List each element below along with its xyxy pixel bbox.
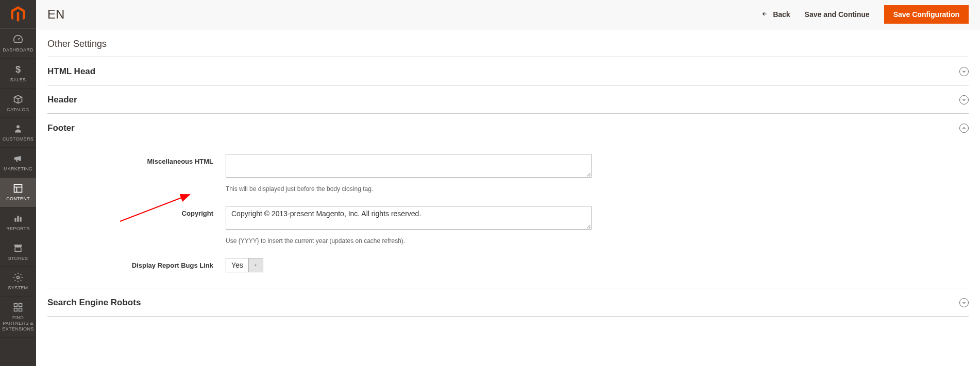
svg-rect-11 [14,308,18,311]
copyright-label: Copyright [47,206,226,217]
layout-icon [13,183,23,194]
bugs-link-value: Yes [226,258,249,272]
sidebar-item-label: DASHBOARD [3,47,33,53]
fieldset-html-head[interactable]: HTML Head [47,57,969,85]
sidebar-item-dashboard[interactable]: DASHBOARD [0,29,36,59]
svg-point-8 [17,276,20,279]
topbar: EN Back Save and Continue Save Configura… [36,0,980,29]
sidebar-item-partners[interactable]: FIND PARTNERS & EXTENSIONS [0,297,36,337]
box-icon [13,94,23,105]
magento-logo-icon [11,6,25,23]
misc-html-label: Miscellaneous HTML [47,154,226,165]
chevron-up-icon [959,124,969,133]
svg-rect-7 [20,217,21,221]
sidebar-item-marketing[interactable]: MARKETING [0,148,36,178]
sidebar-item-label: FIND PARTNERS & EXTENSIONS [2,315,34,332]
content: Other Settings HTML Head Header Footer M… [36,29,980,337]
fieldset-title: HTML Head [47,66,95,77]
misc-html-field-wrapper: This will be displayed just before the b… [226,154,592,201]
sidebar-item-label: REPORTS [6,226,29,232]
fieldset-title: Search Engine Robots [47,298,141,308]
misc-html-textarea[interactable] [226,154,592,178]
svg-rect-10 [19,304,22,307]
page-title: EN [47,7,761,22]
footer-fieldset-body: Miscellaneous HTML This will be displaye… [47,142,969,288]
gauge-icon [13,34,23,45]
sidebar-item-label: SALES [10,77,26,83]
copyright-hint: Use {YYYY} to insert the current year (u… [226,237,592,245]
svg-rect-6 [17,216,19,222]
svg-text:$: $ [15,64,21,75]
copyright-textarea[interactable] [226,206,592,230]
main-area: EN Back Save and Continue Save Configura… [36,0,980,337]
save-continue-button[interactable]: Save and Continue [805,10,870,19]
dollar-icon: $ [13,64,23,75]
svg-rect-12 [19,308,22,311]
chevron-down-icon [959,298,969,307]
sidebar-item-label: STORES [8,256,28,262]
chevron-down-icon [959,67,969,76]
megaphone-icon [13,153,23,164]
back-label: Back [773,10,790,19]
misc-html-hint: This will be displayed just before the b… [226,185,592,193]
bugs-link-row: Display Report Bugs Link Yes [47,258,969,272]
fieldset-search-robots[interactable]: Search Engine Robots [47,288,969,317]
misc-html-row: Miscellaneous HTML This will be displaye… [47,154,969,201]
svg-rect-2 [14,184,22,192]
sidebar-item-content[interactable]: CONTENT [0,178,36,207]
copyright-row: Copyright Use {YYYY} to insert the curre… [47,206,969,253]
sidebar-item-customers[interactable]: CUSTOMERS [0,118,36,148]
save-configuration-button[interactable]: Save Configuration [884,5,969,24]
svg-rect-9 [14,304,18,307]
fieldset-footer[interactable]: Footer [47,114,969,142]
sidebar-item-label: MARKETING [4,166,32,172]
sidebar-item-label: CUSTOMERS [3,136,33,142]
back-button[interactable]: Back [761,10,790,19]
gear-icon [13,272,23,283]
fieldset-title: Header [47,95,77,105]
sidebar-item-system[interactable]: SYSTEM [0,267,36,297]
chevron-down-icon [249,258,263,272]
bugs-link-field-wrapper: Yes [226,258,592,272]
store-icon [13,242,23,254]
puzzle-icon [13,302,23,313]
sidebar-item-reports[interactable]: REPORTS [0,207,36,237]
fieldset-title: Footer [47,123,75,133]
svg-rect-5 [14,218,16,222]
magento-logo[interactable] [0,0,36,29]
bugs-link-select[interactable]: Yes [226,258,263,272]
sidebar-item-label: CONTENT [6,196,30,202]
sidebar-item-label: CATALOG [7,107,29,113]
sidebar-item-label: SYSTEM [8,285,28,291]
topbar-actions: Back Save and Continue Save Configuratio… [761,5,969,24]
copyright-field-wrapper: Use {YYYY} to insert the current year (u… [226,206,592,253]
bugs-link-label: Display Report Bugs Link [47,258,226,269]
sidebar-item-sales[interactable]: $ SALES [0,59,36,89]
sidebar-item-stores[interactable]: STORES [0,237,36,267]
bars-icon [13,213,23,224]
sidebar: DASHBOARD $ SALES CATALOG CUSTOMERS MARK… [0,0,36,337]
chevron-down-icon [959,95,969,104]
section-other-settings: Other Settings [47,29,969,57]
svg-point-1 [16,126,20,129]
arrow-left-icon [761,10,769,19]
fieldset-header-sec[interactable]: Header [47,85,969,114]
sidebar-item-catalog[interactable]: CATALOG [0,89,36,118]
person-icon [13,123,23,134]
